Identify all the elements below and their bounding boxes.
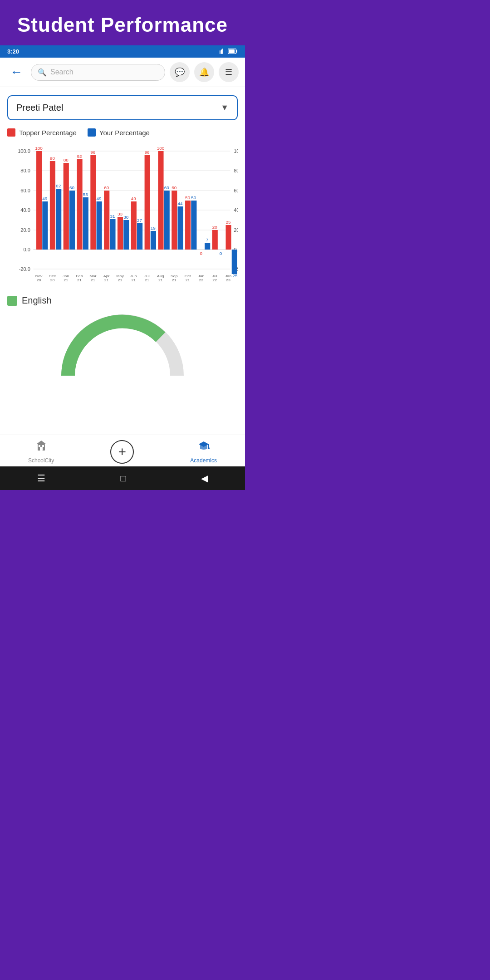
svg-rect-31 bbox=[50, 161, 55, 250]
svg-text:60: 60 bbox=[104, 185, 109, 190]
svg-rect-83 bbox=[225, 225, 231, 250]
svg-rect-35 bbox=[64, 163, 69, 250]
chart-legend: Topper Percentage Your Percentage bbox=[7, 128, 238, 137]
svg-text:21: 21 bbox=[118, 278, 122, 282]
svg-rect-40 bbox=[83, 197, 88, 250]
svg-text:20: 20 bbox=[37, 278, 41, 282]
svg-text:60.0: 60.0 bbox=[234, 188, 238, 193]
svg-rect-121 bbox=[42, 445, 44, 447]
svg-text:21: 21 bbox=[172, 278, 176, 282]
svg-text:21: 21 bbox=[131, 278, 136, 282]
svg-text:22: 22 bbox=[199, 278, 203, 282]
bell-icon: 🔔 bbox=[199, 67, 209, 77]
svg-marker-118 bbox=[36, 441, 46, 444]
status-bar: 3:20 bbox=[0, 45, 245, 58]
search-placeholder-text: Search bbox=[50, 68, 74, 76]
bottom-nav: SchoolCity + Academics bbox=[0, 435, 245, 466]
search-bar[interactable]: 🔍 Search bbox=[31, 64, 165, 81]
svg-rect-120 bbox=[39, 445, 40, 447]
svg-rect-36 bbox=[69, 191, 75, 250]
svg-rect-84 bbox=[232, 250, 237, 274]
svg-text:60: 60 bbox=[69, 185, 74, 190]
yours-label: Your Percentage bbox=[99, 129, 150, 137]
svg-text:19: 19 bbox=[151, 225, 156, 230]
svg-text:20: 20 bbox=[212, 225, 217, 229]
dropdown-arrow-icon: ▼ bbox=[220, 103, 229, 113]
subject-label: English bbox=[22, 295, 52, 306]
svg-text:100.0: 100.0 bbox=[234, 149, 238, 154]
svg-rect-71 bbox=[185, 201, 191, 250]
svg-rect-72 bbox=[191, 201, 196, 250]
svg-rect-51 bbox=[118, 217, 123, 250]
svg-point-124 bbox=[208, 447, 210, 449]
svg-text:30: 30 bbox=[123, 215, 128, 219]
svg-rect-64 bbox=[164, 191, 170, 250]
svg-text:7: 7 bbox=[206, 237, 209, 242]
svg-text:49: 49 bbox=[97, 196, 102, 201]
svg-text:49: 49 bbox=[42, 196, 47, 201]
bar-chart: 100.0 80.0 60.0 40.0 20.0 0.0 -20.0 100.… bbox=[7, 142, 238, 287]
svg-text:60: 60 bbox=[172, 185, 176, 190]
svg-rect-28 bbox=[42, 201, 48, 250]
nav-academics[interactable]: Academics bbox=[190, 440, 217, 464]
content-area: Preeti Patel ▼ Topper Percentage Your Pe… bbox=[0, 87, 245, 435]
svg-rect-63 bbox=[158, 151, 163, 250]
svg-text:100: 100 bbox=[157, 146, 165, 150]
svg-rect-5 bbox=[229, 49, 235, 53]
page-title-section: Student Performance bbox=[0, 0, 245, 45]
svg-text:33: 33 bbox=[118, 211, 122, 216]
toolbar: ← 🔍 Search 💬 🔔 ☰ bbox=[0, 58, 245, 87]
student-dropdown[interactable]: Preeti Patel ▼ bbox=[7, 95, 238, 120]
android-back-icon[interactable]: ◀ bbox=[201, 473, 208, 484]
nav-schoolcity[interactable]: SchoolCity bbox=[28, 440, 54, 464]
svg-rect-60 bbox=[151, 231, 156, 250]
svg-text:50: 50 bbox=[191, 195, 196, 200]
android-menu-icon[interactable]: ☰ bbox=[37, 473, 45, 484]
svg-text:40.0: 40.0 bbox=[234, 208, 238, 213]
android-nav: ☰ □ ◀ bbox=[0, 466, 245, 490]
svg-text:25: 25 bbox=[225, 220, 230, 224]
svg-text:60: 60 bbox=[164, 185, 169, 190]
legend-yours: Your Percentage bbox=[88, 128, 150, 137]
page-title: Student Performance bbox=[9, 14, 236, 36]
svg-rect-4 bbox=[236, 50, 237, 53]
svg-text:50: 50 bbox=[185, 195, 190, 200]
svg-text:60.0: 60.0 bbox=[20, 188, 30, 193]
svg-rect-52 bbox=[123, 220, 129, 250]
svg-rect-2 bbox=[222, 49, 223, 54]
chart-svg: 100.0 80.0 60.0 40.0 20.0 0.0 -20.0 100.… bbox=[7, 142, 238, 287]
phone-frame: 3:20 ← 🔍 Search 💬 🔔 ☰ bbox=[0, 45, 245, 490]
status-icons bbox=[220, 49, 238, 55]
svg-rect-39 bbox=[77, 159, 83, 250]
svg-text:21: 21 bbox=[64, 278, 68, 282]
svg-text:21: 21 bbox=[158, 278, 163, 282]
nav-plus-button[interactable]: + bbox=[110, 440, 134, 464]
school-icon bbox=[35, 440, 48, 456]
svg-text:21: 21 bbox=[104, 278, 109, 282]
plus-icon: + bbox=[118, 444, 127, 460]
svg-text:20: 20 bbox=[50, 278, 54, 282]
yours-color-box bbox=[88, 128, 96, 137]
svg-text:96: 96 bbox=[90, 150, 95, 154]
android-home-icon[interactable]: □ bbox=[120, 473, 126, 484]
svg-rect-44 bbox=[97, 201, 102, 250]
svg-text:0.0: 0.0 bbox=[23, 247, 30, 252]
svg-text:31: 31 bbox=[110, 214, 115, 218]
subject-section: English bbox=[7, 295, 238, 385]
menu-button[interactable]: ☰ bbox=[219, 62, 239, 82]
svg-text:44: 44 bbox=[177, 201, 182, 206]
svg-text:92: 92 bbox=[77, 154, 82, 158]
chat-button[interactable]: 💬 bbox=[170, 62, 190, 82]
svg-text:27: 27 bbox=[137, 218, 142, 222]
status-right-text bbox=[220, 49, 226, 55]
notification-button[interactable]: 🔔 bbox=[194, 62, 214, 82]
svg-rect-59 bbox=[145, 155, 150, 250]
svg-rect-67 bbox=[172, 191, 177, 250]
svg-text:23: 23 bbox=[226, 278, 230, 282]
svg-text:88: 88 bbox=[64, 157, 69, 162]
svg-text:21: 21 bbox=[77, 278, 82, 282]
battery-icon bbox=[228, 49, 238, 55]
back-button[interactable]: ← bbox=[6, 62, 26, 82]
svg-rect-1 bbox=[221, 49, 222, 54]
search-icon: 🔍 bbox=[38, 68, 47, 77]
